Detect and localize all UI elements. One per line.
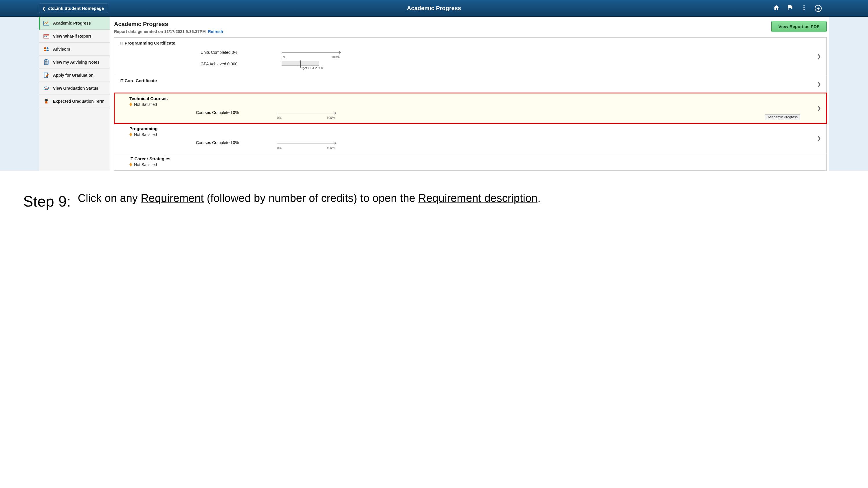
refresh-link[interactable]: Refresh bbox=[208, 29, 223, 34]
back-button[interactable]: ❮ ctcLink Student Homepage bbox=[39, 3, 108, 13]
step-label: Step 9: bbox=[23, 191, 71, 210]
sidebar-item-label: View What-if Report bbox=[53, 34, 91, 38]
requirement-title: Programming bbox=[129, 126, 822, 131]
report-timestamp-line: Report data generated on 11/17/2021 9:36… bbox=[114, 29, 780, 34]
gpa-progress: Target GPA 2.000 bbox=[282, 60, 340, 70]
diamond-icon bbox=[129, 163, 132, 167]
chart-line-icon bbox=[43, 20, 50, 26]
home-icon[interactable] bbox=[773, 4, 779, 12]
sidebar: Academic Progress View What-if Report Ad… bbox=[39, 17, 110, 171]
status-text: Not Satisfied bbox=[134, 132, 157, 137]
units-progress-bar: 0% 100% bbox=[282, 48, 340, 59]
progress-high: 100% bbox=[327, 116, 335, 120]
graduate-icon bbox=[43, 98, 50, 104]
progress-low: 0% bbox=[277, 146, 282, 150]
back-button-label: ctcLink Student Homepage bbox=[48, 6, 104, 11]
units-completed-label: Units Completed 0% bbox=[200, 48, 282, 55]
section-it-core-cert[interactable]: IT Core Certificate ❯ bbox=[114, 75, 826, 93]
topbar-actions bbox=[773, 4, 822, 12]
courses-completed-label: Courses Completed 0% bbox=[196, 140, 277, 145]
calendar-icon bbox=[43, 33, 50, 39]
sidebar-item-what-if[interactable]: View What-if Report bbox=[39, 30, 110, 43]
flag-icon[interactable] bbox=[787, 4, 793, 12]
svg-rect-9 bbox=[44, 60, 48, 65]
clipboard-icon bbox=[43, 59, 50, 65]
chevron-right-icon: ❯ bbox=[817, 105, 821, 111]
svg-point-8 bbox=[46, 47, 49, 49]
tooltip: Academic Progress bbox=[765, 114, 800, 120]
content: Academic Progress Report data generated … bbox=[110, 17, 829, 171]
courses-progress-bar: 0% 100% bbox=[277, 110, 335, 120]
page-title: Academic Progress bbox=[407, 5, 461, 11]
requirement-title: IT Career Strategies bbox=[129, 156, 822, 161]
gpa-target-label: Target GPA 2.000 bbox=[282, 66, 340, 70]
sidebar-item-graduation-status[interactable]: View Graduation Status bbox=[39, 82, 110, 95]
status-text: Not Satisfied bbox=[134, 102, 157, 107]
people-icon bbox=[43, 46, 50, 52]
sidebar-item-label: Expected Graduation Term bbox=[53, 99, 104, 103]
diamond-icon bbox=[129, 102, 132, 106]
chevron-right-icon: ❯ bbox=[817, 135, 821, 141]
kebab-menu-icon[interactable] bbox=[801, 4, 807, 12]
chevron-right-icon: ❯ bbox=[817, 53, 821, 60]
section-it-programming-cert[interactable]: IT Programming Certificate Units Complet… bbox=[114, 38, 826, 75]
diamond-icon bbox=[129, 132, 132, 136]
content-heading: Academic Progress bbox=[114, 21, 780, 28]
progress-low: 0% bbox=[277, 116, 282, 120]
step-text: Click on any Requirement (followed by nu… bbox=[78, 191, 541, 206]
status-text: Not Satisfied bbox=[134, 162, 157, 167]
sidebar-item-academic-progress[interactable]: Academic Progress bbox=[39, 17, 110, 30]
sidebar-item-label: View Graduation Status bbox=[53, 86, 98, 91]
progress-high: 100% bbox=[332, 55, 340, 59]
sidebar-item-label: Advisors bbox=[53, 47, 70, 52]
sidebar-item-label: Apply for Graduation bbox=[53, 73, 93, 77]
svg-point-1 bbox=[803, 7, 805, 8]
chevron-left-icon: ❮ bbox=[42, 6, 46, 11]
svg-point-0 bbox=[803, 5, 805, 6]
gpa-achieved-label: GPA Achieved 0.000 bbox=[200, 60, 282, 66]
svg-rect-5 bbox=[44, 36, 45, 37]
topbar: ❮ ctcLink Student Homepage Academic Prog… bbox=[0, 0, 868, 17]
report-timestamp: Report data generated on 11/17/2021 9:36… bbox=[114, 29, 206, 34]
progress-high: 100% bbox=[327, 146, 335, 150]
svg-rect-6 bbox=[46, 36, 46, 37]
requirement-programming[interactable]: Programming Not Satisfied Courses Comple… bbox=[114, 123, 826, 153]
requirements-container: IT Programming Certificate Units Complet… bbox=[114, 37, 827, 171]
scroll-icon bbox=[43, 85, 50, 91]
svg-point-2 bbox=[803, 9, 805, 10]
sidebar-item-advisors[interactable]: Advisors bbox=[39, 43, 110, 56]
view-pdf-button[interactable]: View Report as PDF bbox=[771, 21, 827, 32]
requirement-it-career-strategies[interactable]: IT Career Strategies Not Satisfied bbox=[114, 153, 826, 170]
instruction: Step 9: Click on any Requirement (follow… bbox=[0, 171, 868, 227]
svg-rect-10 bbox=[45, 59, 48, 61]
chevron-right-icon: ❯ bbox=[817, 81, 821, 87]
section-title: IT Programming Certificate bbox=[120, 40, 822, 45]
requirement-title: Technical Courses bbox=[129, 96, 822, 101]
document-edit-icon bbox=[43, 72, 50, 78]
svg-rect-4 bbox=[44, 34, 49, 35]
requirement-technical-courses[interactable]: Technical Courses Not Satisfied Courses … bbox=[114, 93, 826, 123]
courses-completed-label: Courses Completed 0% bbox=[196, 110, 277, 115]
sidebar-item-advising-notes[interactable]: View my Advising Notes bbox=[39, 56, 110, 69]
sidebar-item-expected-grad-term[interactable]: Expected Graduation Term bbox=[39, 95, 110, 108]
sidebar-item-apply-graduation[interactable]: Apply for Graduation bbox=[39, 69, 110, 82]
sidebar-item-label: Academic Progress bbox=[53, 21, 91, 26]
svg-point-7 bbox=[44, 47, 46, 49]
compass-icon[interactable] bbox=[815, 5, 822, 12]
progress-low: 0% bbox=[282, 55, 286, 59]
sidebar-item-label: View my Advising Notes bbox=[53, 60, 99, 65]
courses-progress-bar: 0% 100% bbox=[277, 140, 335, 150]
section-title: IT Core Certificate bbox=[120, 78, 822, 83]
